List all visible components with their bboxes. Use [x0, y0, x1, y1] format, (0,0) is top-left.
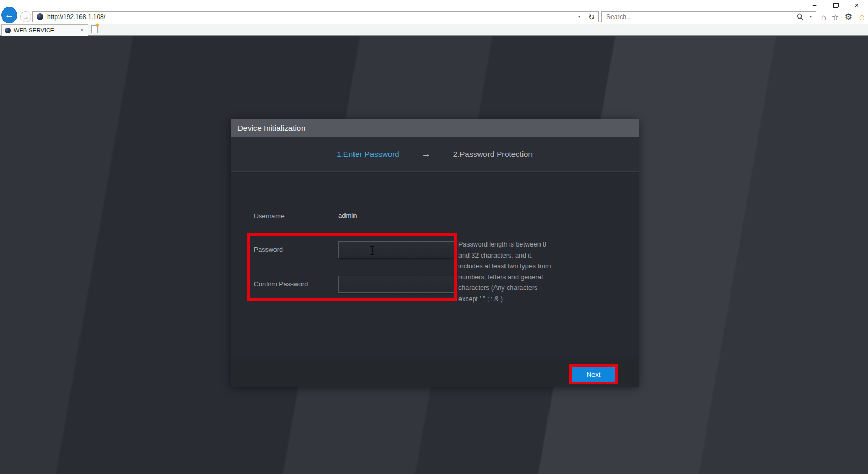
close-window-button[interactable]: × [850, 1, 864, 10]
step-password-protection: 2.Password Protection [453, 150, 533, 159]
dialog-body: Username admin Password Confirm Password… [231, 172, 639, 357]
address-bar[interactable]: http://192.168.1.108/ ▼ ↻ [32, 11, 599, 22]
password-label: Password [254, 246, 283, 253]
new-tab-button[interactable]: ★ [91, 25, 98, 33]
search-box[interactable]: ▼ [601, 11, 816, 22]
dialog-title: Device Initialization [237, 124, 305, 133]
restore-button[interactable] [829, 1, 843, 10]
refresh-icon[interactable]: ↻ [584, 12, 598, 22]
password-input[interactable] [338, 241, 454, 258]
back-arrow-icon: ← [5, 11, 14, 20]
username-label: Username [254, 213, 285, 220]
minimize-button[interactable]: − [808, 1, 821, 10]
settings-gear-icon[interactable]: ⚙ [845, 13, 852, 21]
hint-line: Password length is between 8 [458, 239, 564, 250]
search-input[interactable] [602, 12, 794, 21]
dialog-header: Device Initialization [231, 119, 639, 137]
tab-close-icon[interactable]: × [79, 27, 85, 33]
tab-web-service[interactable]: WEB SERVICE × [1, 24, 88, 36]
back-button[interactable]: ← [1, 7, 17, 23]
search-icon[interactable] [794, 13, 806, 21]
search-dropdown-icon[interactable]: ▼ [806, 15, 816, 19]
hint-line: numbers, letters and general [458, 272, 564, 283]
tab-favicon-globe-icon [5, 28, 11, 33]
step-indicator: 1.Enter Password → 2.Password Protection [231, 137, 639, 172]
home-icon[interactable]: ⌂ [821, 13, 826, 21]
address-url[interactable]: http://192.168.1.108/ [47, 13, 574, 21]
hint-line: characters (Any characters [458, 283, 564, 294]
window-titlebar: − × [0, 0, 868, 11]
hint-line: and 32 characters, and it [458, 250, 564, 261]
tab-bar: WEB SERVICE × ★ [0, 24, 868, 36]
text-cursor-ibeam [370, 246, 375, 254]
forward-button[interactable]: → [20, 11, 31, 22]
page-background: Device Initialization 1.Enter Password →… [0, 36, 868, 474]
browser-action-icons: ⌂ ☆ ⚙ ☺ [821, 11, 866, 23]
username-value: admin [338, 212, 357, 220]
favorites-star-icon[interactable]: ☆ [832, 13, 839, 21]
tab-title: WEB SERVICE [14, 27, 79, 33]
dialog-footer: Next [231, 357, 639, 387]
browser-toolbar: ← → http://192.168.1.108/ ▼ ↻ ▼ ⌂ ☆ ⚙ [0, 11, 868, 24]
confirm-password-input[interactable] [338, 276, 454, 293]
window-controls: − × [808, 0, 864, 11]
address-dropdown-icon[interactable]: ▼ [574, 12, 584, 22]
restore-icon [833, 3, 839, 8]
step-arrow-icon: → [422, 149, 431, 160]
device-initialization-dialog: Device Initialization 1.Enter Password →… [231, 119, 639, 387]
site-favicon-globe-icon [37, 13, 43, 20]
password-rules-hint: Password length is between 8 and 32 char… [458, 239, 564, 304]
browser-window: − × ← → http://192.168.1.108/ ▼ ↻ [0, 0, 868, 474]
confirm-password-label: Confirm Password [254, 280, 308, 288]
forward-arrow-icon: → [23, 14, 29, 20]
step-enter-password: 1.Enter Password [336, 150, 399, 159]
new-tab-spark-icon: ★ [95, 23, 100, 28]
hint-line: except ' " ; : & ) [458, 294, 564, 305]
hint-line: includes at least two types from [458, 261, 564, 272]
feedback-smiley-icon[interactable]: ☺ [858, 13, 866, 21]
next-button[interactable]: Next [572, 367, 615, 382]
